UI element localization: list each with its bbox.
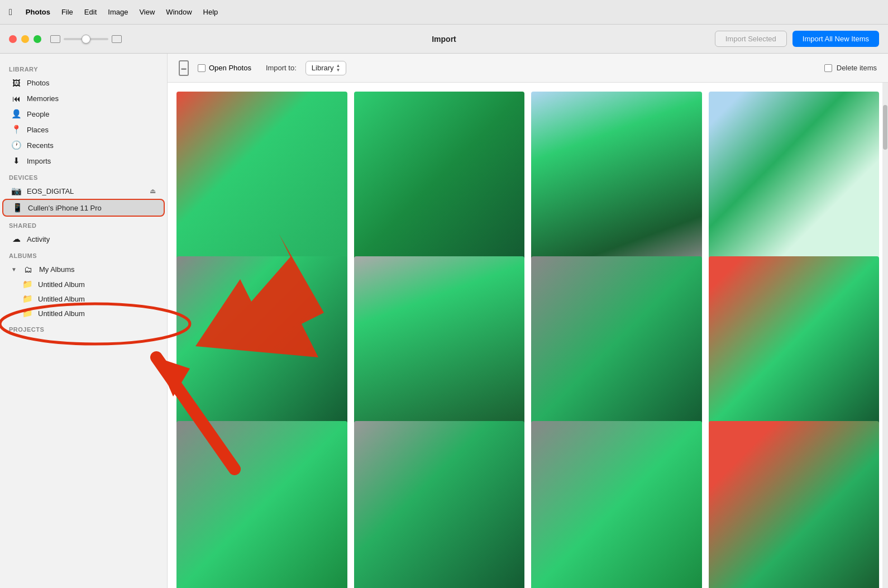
sidebar-item-untitled-3[interactable]: 📁 Untitled Album <box>2 306 165 321</box>
sidebar: Library 🖼 Photos ⏮ Memories 👤 People 📍 P… <box>0 54 168 588</box>
photo-cell[interactable] <box>354 256 525 427</box>
toolbar-actions: Import Selected Import All New Items <box>715 31 879 47</box>
menubar:  Photos File Edit Image View Window Hel… <box>0 0 888 25</box>
menu-view[interactable]: View <box>139 8 155 16</box>
photo-cell[interactable] <box>709 421 880 588</box>
import-toolbar: ▬ Open Photos Import to: Library ▲ ▼ Del… <box>168 54 888 83</box>
delete-items-area[interactable]: Delete items <box>824 64 877 72</box>
camera-icon: 📷 <box>11 186 21 196</box>
menu-file[interactable]: File <box>61 8 73 16</box>
sidebar-item-memories-label: Memories <box>27 94 59 103</box>
sidebar-item-imports[interactable]: ⬇ Imports <box>2 153 165 169</box>
photo-cell[interactable] <box>709 92 880 262</box>
menu-window[interactable]: Window <box>166 8 192 16</box>
toolbar: Import Import Selected Import All New It… <box>0 25 888 54</box>
scrollbar-track[interactable] <box>882 83 888 588</box>
small-grid-icon <box>50 35 60 43</box>
slider-thumb[interactable] <box>82 35 90 44</box>
untitled-album-3-label: Untitled Album <box>38 309 85 318</box>
photo-cell[interactable] <box>709 256 880 427</box>
eject-icon[interactable]: ⏏ <box>150 187 156 195</box>
menu-photos[interactable]: Photos <box>26 8 50 16</box>
main-content: Library 🖼 Photos ⏮ Memories 👤 People 📍 P… <box>0 54 888 588</box>
album-icon-2: 📁 <box>22 294 32 304</box>
photo-grid <box>168 83 888 588</box>
sidebar-item-iphone[interactable]: 📱 Cullen's iPhone 11 Pro <box>2 199 165 217</box>
album-icon-1: 📁 <box>22 279 32 289</box>
sidebar-item-memories[interactable]: ⏮ Memories <box>2 90 165 106</box>
photo-cell[interactable] <box>531 421 702 588</box>
open-photos-checkbox[interactable] <box>198 64 206 72</box>
device-icon: ▬ <box>179 60 189 76</box>
photo-cell[interactable] <box>176 256 347 427</box>
activity-icon: ☁ <box>11 234 21 244</box>
sidebar-item-places-label: Places <box>27 126 49 134</box>
sidebar-item-photos[interactable]: 🖼 Photos <box>2 75 165 90</box>
shared-section-label: Shared <box>0 217 167 231</box>
sidebar-item-my-albums[interactable]: ▼ 🗂 My Albums <box>2 261 165 277</box>
thumbnail-size-slider[interactable] <box>50 35 122 43</box>
sidebar-item-people-label: People <box>27 110 49 118</box>
library-section-label: Library <box>0 60 167 75</box>
places-icon: 📍 <box>11 125 21 135</box>
open-photos-label: Open Photos <box>209 64 251 72</box>
triangle-icon: ▼ <box>11 266 17 273</box>
recents-icon: 🕐 <box>11 140 21 150</box>
photo-cell[interactable] <box>354 92 525 262</box>
sidebar-item-eos-digital[interactable]: 📷 EOS_DIGITAL ⏏ <box>2 183 165 199</box>
open-photos-option[interactable]: Open Photos <box>198 64 251 72</box>
select-arrows-icon: ▲ ▼ <box>336 64 341 73</box>
scrollbar-thumb[interactable] <box>883 105 887 150</box>
photo-cell[interactable] <box>176 421 347 588</box>
menu-image[interactable]: Image <box>108 8 128 16</box>
maximize-button[interactable] <box>34 35 41 43</box>
album-icon-3: 📁 <box>22 308 32 318</box>
large-grid-icon <box>112 35 122 43</box>
photo-cell[interactable] <box>176 92 347 262</box>
sidebar-item-recents[interactable]: 🕐 Recents <box>2 137 165 153</box>
import-to-select[interactable]: Library ▲ ▼ <box>305 61 347 75</box>
sidebar-item-eos-label: EOS_DIGITAL <box>27 187 74 195</box>
people-icon: 👤 <box>11 109 21 119</box>
slider-track <box>64 38 108 40</box>
iphone-icon: 📱 <box>12 203 22 213</box>
delete-items-checkbox[interactable] <box>824 64 832 72</box>
sidebar-item-untitled-2[interactable]: 📁 Untitled Album <box>2 291 165 306</box>
menu-help[interactable]: Help <box>203 8 218 16</box>
minimize-button[interactable] <box>21 35 29 43</box>
memories-icon: ⏮ <box>11 93 21 103</box>
sidebar-item-photos-label: Photos <box>27 79 49 87</box>
photo-cell[interactable] <box>531 92 702 262</box>
sidebar-item-people[interactable]: 👤 People <box>2 106 165 122</box>
sidebar-item-places[interactable]: 📍 Places <box>2 122 165 137</box>
menu-edit[interactable]: Edit <box>84 8 97 16</box>
import-to-label: Import to: <box>266 64 297 72</box>
sidebar-item-iphone-label: Cullen's iPhone 11 Pro <box>28 204 102 212</box>
delete-items-label: Delete items <box>837 64 877 72</box>
folder-icon: 🗂 <box>23 264 34 274</box>
sidebar-item-my-albums-label: My Albums <box>39 265 75 274</box>
photos-icon: 🖼 <box>11 78 21 88</box>
untitled-album-2-label: Untitled Album <box>38 295 85 303</box>
sidebar-item-activity-label: Activity <box>27 235 50 243</box>
devices-section-label: Devices <box>0 169 167 183</box>
photo-cell[interactable] <box>354 421 525 588</box>
import-selected-button[interactable]: Import Selected <box>715 31 787 47</box>
projects-section-label: Projects <box>0 321 167 335</box>
albums-section-label: Albums <box>0 247 167 261</box>
toolbar-title: Import <box>432 35 456 44</box>
traffic-lights <box>9 35 41 43</box>
library-option-label: Library <box>312 64 334 72</box>
sidebar-item-imports-label: Imports <box>27 157 51 165</box>
apple-logo-icon:  <box>9 7 12 17</box>
import-all-button[interactable]: Import All New Items <box>792 31 879 47</box>
photo-cell[interactable] <box>531 256 702 427</box>
sidebar-item-recents-label: Recents <box>27 141 54 150</box>
sidebar-item-untitled-1[interactable]: 📁 Untitled Album <box>2 277 165 291</box>
close-button[interactable] <box>9 35 17 43</box>
import-area: ▬ Open Photos Import to: Library ▲ ▼ Del… <box>168 54 888 588</box>
untitled-album-1-label: Untitled Album <box>38 280 85 289</box>
sidebar-item-activity[interactable]: ☁ Activity <box>2 231 165 247</box>
imports-icon: ⬇ <box>11 156 21 166</box>
